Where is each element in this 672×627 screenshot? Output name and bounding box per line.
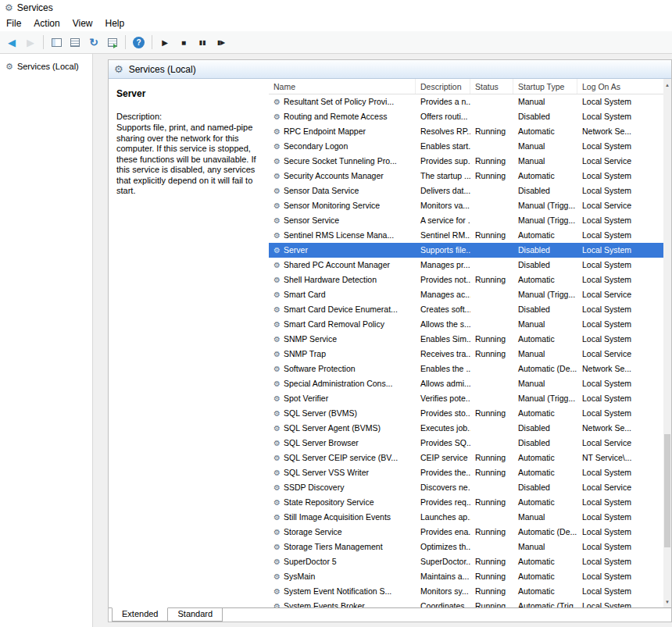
service-gear-icon: ⚙ [273,173,281,180]
service-row[interactable]: ⚙Software ProtectionEnables the ...Autom… [269,362,663,376]
service-row[interactable]: ⚙Storage Tiers ManagementOptimizes th...… [269,540,663,554]
menu-file[interactable]: File [0,16,27,30]
service-row[interactable]: ⚙Security Accounts ManagerThe startup ..… [269,169,663,183]
service-row[interactable]: ⚙Smart Card Removal PolicyAllows the s..… [269,317,663,332]
service-row[interactable]: ⚙SQL Server (BVMS)Provides sto...Running… [269,406,663,421]
service-name: Resultant Set of Policy Provi... [284,94,394,109]
service-startup-type: Manual (Trigg... [513,213,577,228]
restart-service-icon[interactable]: ▮▶ [213,34,230,51]
start-service-icon[interactable]: ▶ [156,34,173,51]
service-row[interactable]: ⚙Sensor ServiceA service for ...Manual (… [269,213,663,228]
service-startup-type: Manual [513,139,577,154]
service-name: Spot Verifier [284,391,328,406]
service-description: Provides req... [416,495,470,510]
service-gear-icon: ⚙ [273,395,281,403]
service-name: RPC Endpoint Mapper [284,124,366,139]
column-header-log-on-as[interactable]: Log On As [577,79,663,94]
service-log-on-as: Local System [577,228,663,243]
service-description: Provides not... [416,273,470,287]
service-row[interactable]: ⚙Special Administration Cons...Allows ad… [269,376,663,391]
tab-standard[interactable]: Standard [167,608,223,622]
service-description: Provides the... [416,465,470,480]
service-row[interactable]: ⚙Resultant Set of Policy Provi...Provide… [269,94,663,109]
service-startup-type: Automatic [513,495,577,510]
service-row[interactable]: ⚙Spot VerifierVerifies pote...Manual (Tr… [269,391,663,406]
menu-help[interactable]: Help [99,16,131,30]
service-row[interactable]: ⚙Sensor Data ServiceDelivers dat...Disab… [269,183,663,198]
forward-icon[interactable]: ▶ [22,34,39,51]
service-row[interactable]: ⚙RPC Endpoint MapperResolves RP...Runnin… [269,124,663,139]
service-gear-icon: ⚙ [273,321,281,329]
service-row[interactable]: ⚙Sentinel RMS License Mana...Sentinel RM… [269,228,663,243]
services-window: ⚙ Services FileActionViewHelp ◀▶↻?▶■▮▮▮▶… [0,0,672,627]
menu-action[interactable]: Action [27,16,66,30]
service-name-cell: ⚙Security Accounts Manager [269,169,416,183]
refresh-icon[interactable]: ↻ [85,34,102,51]
pause-service-icon[interactable]: ▮▮ [194,34,211,51]
service-name: SysMain [284,569,315,584]
service-name-cell: ⚙Sentinel RMS License Mana... [269,228,416,243]
properties-icon[interactable] [66,34,84,51]
service-row[interactable]: ⚙Secure Socket Tunneling Pro...Provides … [269,154,663,169]
service-row[interactable]: ⚙SQL Server VSS WriterProvides the...Run… [269,465,663,480]
service-row[interactable]: ⚙SQL Server BrowserProvides SQ...Disable… [269,436,663,451]
service-row[interactable]: ⚙ServerSupports file...DisabledLocal Sys… [269,243,663,258]
column-header-name[interactable]: Name [269,79,416,94]
toolbar-separator [43,35,44,49]
service-row[interactable]: ⚙State Repository ServiceProvides req...… [269,495,663,510]
service-row[interactable]: ⚙Shared PC Account ManagerManages pr...D… [269,258,663,273]
service-log-on-as: Local System [577,273,663,287]
service-log-on-as: Local System [577,584,663,599]
service-gear-icon: ⚙ [273,410,281,418]
service-row[interactable]: ⚙Sensor Monitoring ServiceMonitors va...… [269,198,663,213]
service-log-on-as: Local Service [577,436,663,451]
service-startup-type: Disabled [513,302,577,317]
service-row[interactable]: ⚙System Event Notification S...Monitors … [269,584,663,599]
service-log-on-as: Local System [577,332,663,347]
scrollbar-thumb[interactable] [664,434,670,547]
service-log-on-as: Local Service [577,347,663,362]
service-name-cell: ⚙Still Image Acquisition Events [269,510,416,525]
menu-view[interactable]: View [66,16,99,30]
export-list-icon[interactable] [104,34,121,51]
service-row[interactable]: ⚙Smart Card Device Enumerat...Creates so… [269,302,663,317]
service-row[interactable]: ⚙SysMainMaintains a...RunningAutomaticLo… [269,569,663,584]
service-row[interactable]: ⚙SQL Server Agent (BVMS)Executes job...D… [269,421,663,436]
service-description: Launches ap... [416,510,470,525]
service-row[interactable]: ⚙System Events BrokerCoordinates...Runni… [269,599,663,607]
show-console-tree-icon[interactable] [48,34,65,51]
service-gear-icon: ⚙ [273,514,281,522]
service-name-cell: ⚙SNMP Trap [269,347,416,362]
service-row[interactable]: ⚙SSDP DiscoveryDiscovers ne...DisabledLo… [269,480,663,495]
service-row[interactable]: ⚙SNMP TrapReceives tra...RunningManualLo… [269,347,663,362]
service-log-on-as: Local Service [577,480,663,495]
column-header-description[interactable]: Description [416,79,470,94]
service-row[interactable]: ⚙Still Image Acquisition EventsLaunches … [269,510,663,525]
service-row[interactable]: ⚙SuperDoctor 5SuperDoctor...RunningAutom… [269,554,663,569]
column-header-startup-type[interactable]: Startup Type [513,79,577,94]
service-status: Running [470,599,513,607]
service-status [470,302,513,317]
service-startup-type: Automatic [513,584,577,599]
help-icon[interactable]: ? [133,37,145,48]
tab-extended[interactable]: Extended [112,607,168,622]
stop-service-icon[interactable]: ■ [175,34,192,51]
service-row[interactable]: ⚙Storage ServiceProvides ena...RunningAu… [269,525,663,540]
scroll-down-arrow-icon[interactable]: ▼ [663,596,671,607]
service-row[interactable]: ⚙Routing and Remote AccessOffers routi..… [269,109,663,124]
service-row[interactable]: ⚙SQL Server CEIP service (BV...CEIP serv… [269,451,663,465]
service-name: SSDP Discovery [284,480,344,495]
scroll-up-arrow-icon[interactable]: ▲ [663,79,671,91]
service-name: Security Accounts Manager [284,169,384,183]
service-row[interactable]: ⚙Smart CardManages ac...Manual (Trigg...… [269,287,663,302]
service-row[interactable]: ⚙Shell Hardware DetectionProvides not...… [269,273,663,287]
tree-item-services-local[interactable]: ⚙ Services (Local) [2,60,91,73]
column-header-status[interactable]: Status [470,79,513,94]
service-row[interactable]: ⚙SNMP ServiceEnables Sim...RunningAutoma… [269,332,663,347]
service-row[interactable]: ⚙Secondary LogonEnables start...ManualLo… [269,139,663,154]
service-startup-type: Disabled [513,436,577,451]
service-name: SQL Server (BVMS) [284,406,357,421]
vertical-scrollbar[interactable]: ▲ ▼ [663,79,671,607]
back-icon[interactable]: ◀ [3,34,20,51]
service-name-cell: ⚙Smart Card Device Enumerat... [269,302,416,317]
